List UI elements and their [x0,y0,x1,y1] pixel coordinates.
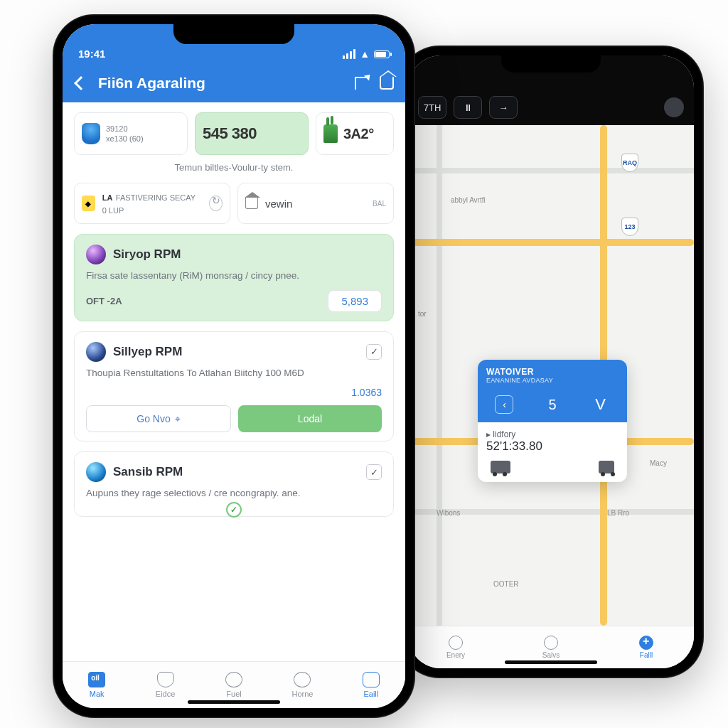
pause-button[interactable]: ⏸ [454,96,482,119]
page-title: Fii6n Agaraling [98,75,344,92]
card1-value: 5,893 [328,290,382,312]
go-button[interactable]: Go Nvo ⌖ [86,405,231,432]
content: 39120 xe130 (60) 545 380 3A2° Temun bilt… [63,102,405,661]
stat-card-3[interactable]: 3A2° [316,112,394,155]
phone-left: 19:41 ▲ Fii6n Agaraling 39120 xe130 (60) [53,14,415,718]
home-indicator [505,660,597,664]
popup-label: ▸ lidfory [486,429,619,439]
map-label: OOTER [493,580,519,588]
avatar[interactable] [664,97,684,117]
card-sillyep[interactable]: Sillyep RPM ✓ Thoupia Renstultations To … [74,331,394,442]
phone-right: 7TH ⏸ → RAQ 123 abbyl Avrtfi tor Wibons … [398,46,704,678]
orb-icon [86,245,106,264]
share-icon [355,77,368,90]
popup-value: 5 [548,397,556,413]
chip-label[interactable]: 7TH [418,96,446,119]
tile2-tag: BAL [373,200,386,208]
home-button[interactable] [378,75,395,92]
card-siryop[interactable]: Siryop RPM Firsa sate lassentany (RiM) m… [74,234,394,321]
car-icon [599,461,614,473]
gauge-icon [225,672,242,687]
route-shield: 123 [621,218,638,236]
notch [173,24,294,44]
road-icon [408,239,694,246]
tile2-name: vewin [265,198,292,210]
home-icon [380,77,394,90]
wifi-icon: ▲ [360,48,370,60]
popup-title: WATOIVER [486,367,619,377]
prev-button[interactable]: ‹ [495,395,513,414]
card3-title: Sansib RPM [113,465,183,479]
map-label: Macy [650,459,667,467]
map-label: tor [418,310,427,318]
stat3-value: 3A2° [343,126,374,142]
notch [501,55,601,73]
plant-icon [323,124,338,143]
card2-amount: 1.0363 [86,387,382,398]
tab-eaill[interactable]: Eaill [337,662,405,708]
tab-enery[interactable]: Enery [408,626,503,668]
map-label: Wibons [437,509,460,517]
popup-reading: 52'1:33.80 [486,439,619,454]
popup-header: WATOIVER EANANINE AVDASAY [478,360,627,391]
map-canvas[interactable]: RAQ 123 abbyl Avrtfi tor Wibons LB Rro O… [408,125,694,626]
map-popup: WATOIVER EANANINE AVDASAY ‹ 5 V ▸ lidfor… [478,360,627,482]
stat1-top: 39120 [106,124,144,133]
card-sansib[interactable]: Sansib RPM ✓ Aupuns they rage selectiovs… [74,451,394,517]
orb-icon [86,342,106,362]
truck-icon [491,461,510,473]
badge-icon: ◆ [82,196,95,211]
stat2-value: 545 380 [203,124,257,143]
check-icon: V [592,395,610,414]
card1-desc: Firsa sate lassentany (RiM) monsrag / ci… [86,269,382,283]
orb-icon [86,462,106,482]
list-screen: 19:41 ▲ Fii6n Agaraling 39120 xe130 (60) [63,24,405,708]
stat-card-1[interactable]: 39120 xe130 (60) [74,112,188,155]
stat-card-2[interactable]: 545 380 [195,112,309,155]
next-button[interactable]: → [489,96,518,119]
tile-2[interactable]: vewin BAL [237,183,394,224]
status-time: 19:41 [78,48,343,60]
checkbox[interactable]: ✓ [366,464,382,480]
bookmark-icon [544,636,558,650]
stat1-bottom: xe130 (60) [106,134,144,143]
signal-icon [343,49,355,59]
card1-title: Siryop RPM [113,247,181,262]
tab-fall[interactable]: Falll [599,626,694,668]
bolt-icon [294,672,311,687]
caption-text: Temun biltles-Voulur-ty stem. [74,162,394,173]
map-label: LB Rro [607,509,629,517]
checkbox[interactable]: ✓ [366,344,382,360]
route-shield: RAQ [621,154,638,172]
appbar: Fii6n Agaraling [63,64,405,102]
back-button[interactable] [73,75,90,92]
battery-icon [374,50,390,58]
map-screen: 7TH ⏸ → RAQ 123 abbyl Avrtfi tor Wibons … [408,55,694,668]
tile-row: ◆ LA FASTIVERING SECAY 0 LUP vewin BAL [74,183,394,224]
oil-icon: oil [88,672,105,687]
tile1-sub: FASTIVERING SECAY 0 LUP [102,193,196,215]
house-icon [245,198,258,209]
tile-1[interactable]: ◆ LA FASTIVERING SECAY 0 LUP [74,183,230,224]
gauge-icon [449,636,463,650]
person-icon [363,672,380,687]
popup-subtitle: EANANINE AVDASAY [486,377,619,384]
share-button[interactable] [353,75,370,92]
tile1-title: LA [102,193,113,202]
card2-title: Sillyep RPM [113,345,182,359]
bottle-icon [82,123,100,144]
chevron-left-icon [74,76,88,90]
tab-mak[interactable]: oilMak [63,662,131,708]
card1-stat: OFT -2A [86,296,122,306]
nav-icon: ⌖ [175,413,181,425]
map-label: abbyl Avrtfi [451,196,486,204]
progress-dot-icon [226,502,242,518]
card3-desc: Aupuns they rage selectiovs / cre ncongr… [86,486,382,500]
refresh-icon [209,196,223,211]
bucket-icon [157,672,174,687]
map-controls: 7TH ⏸ → [408,90,694,125]
stats-row: 39120 xe130 (60) 545 380 3A2° [74,112,394,155]
popup-stepper: ‹ 5 V [478,391,627,422]
plus-icon [639,636,653,650]
lodal-button[interactable]: Lodal [238,405,382,432]
